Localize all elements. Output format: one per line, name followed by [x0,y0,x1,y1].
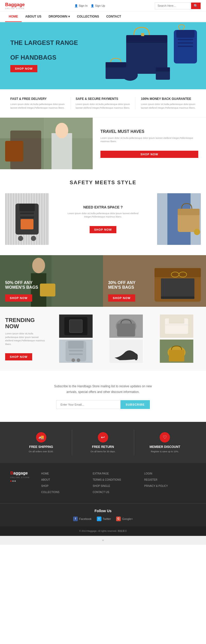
trending-grid: LV [52,315,201,363]
facebook-link[interactable]: f Facebook [73,517,91,521]
nav-item-dropdown[interactable]: DROPDOWN ▾ [45,12,73,22]
footer-logo: Baggage ONLINE STORE [10,471,41,496]
promo-men-shop-button[interactable]: SHOP NOW [108,294,135,302]
svg-rect-28 [21,219,33,229]
logo[interactable]: Baggage ONLINE STORE [5,2,25,9]
footer-discount-title: MEMBER DISCOUNT [137,445,193,449]
subscribe-button[interactable]: SUBSCRIBE [121,400,150,409]
svg-point-19 [55,123,68,138]
footer-link-login[interactable]: LOGIN [144,471,196,476]
subscribe-text: Subscribe to the Handbags Store mailing … [52,384,154,395]
trending-shop-button[interactable]: SHOP NOW [5,353,32,360]
footer-link-collections[interactable]: COLLECTIONS [41,489,93,494]
logo-sub: ONLINE STORE [5,7,25,9]
travel-section: TRAVEL MUST HAVES Lorem ipsum dolor sit,… [0,118,206,169]
feature-guarantee-text: Lorem ipsum dolor sit,Nulla pellentesque… [141,103,196,110]
svg-rect-1 [126,35,167,43]
footer-feature-shipping: 🚚 FREE SHIPPING On all orders over $100. [10,430,72,455]
travel-image [0,118,93,169]
follow-section: Follow Us f Facebook t Twitter G Google+ [0,503,206,526]
trending-item-4 [52,340,100,363]
footer-feature-return: ↩ FREE RETURN On all items for 30 days. [72,430,134,455]
search-box: 🔍 [155,2,201,9]
site-header: Baggage ONLINE STORE 👤 Sign In 👤 Sign Up… [0,0,206,12]
svg-point-35 [194,229,200,235]
svg-rect-7 [156,67,170,71]
svg-rect-2 [141,33,144,36]
feature-payments-title: SAFE & SECURE PAYMENTS [76,97,131,101]
safety-shop-now-button[interactable]: SHOP NOW [90,226,117,233]
hero-text: THE LARGEST RANGE OF HANDBAGS SHOP NOW [10,39,78,72]
svg-rect-10 [178,39,193,40]
svg-rect-58 [169,318,184,324]
return-icon: ↩ [98,432,108,442]
feature-guarantee: 100% MONEY BACK GUARANTEE Lorem ipsum do… [136,97,201,110]
social-links: f Facebook t Twitter G Google+ [5,517,201,521]
footer-return-text: On all items for 30 days. [75,450,131,453]
user-icon: 👤 [74,4,78,7]
trending-item-3 [152,315,201,338]
subscribe-form: SUBSCRIBE [5,400,201,409]
promo-banner-women: 50% Off Any Women's Bags SHOP NOW [0,255,103,307]
sign-up-link[interactable]: 👤 Sign Up [91,4,105,7]
svg-point-66 [77,358,80,362]
search-input[interactable] [155,3,191,9]
svg-rect-9 [176,30,194,38]
svg-rect-12 [178,46,193,47]
google-link[interactable]: G Google+ [116,517,133,521]
nav-item-contact[interactable]: CONTACT [103,12,125,22]
safety-section: SAFETY MEETS STYLE [0,169,206,255]
email-input[interactable] [56,400,121,409]
feature-delivery-title: FAST & FREE DELIVERY [10,97,65,101]
footer-link-about[interactable]: ABOUT [41,477,93,482]
nav-item-about[interactable]: ABOUT US [22,12,45,22]
footer-link-shop[interactable]: SHOP [41,483,93,488]
hero-shop-now-button[interactable]: SHOP NOW [10,65,37,72]
svg-point-65 [72,358,75,362]
footer-discount-text: Register & save up to 10%. [137,450,193,453]
svg-point-29 [18,236,23,241]
sign-in-link[interactable]: 👤 Sign In [74,4,88,7]
twitter-label: Twitter [103,517,111,520]
facebook-label: Facebook [79,517,91,520]
footer-link-home[interactable]: HOME [41,471,93,476]
footer-link-shop-single[interactable]: SHOP SINGLE [93,483,144,488]
search-button[interactable]: 🔍 [191,3,201,9]
svg-point-38 [32,258,45,273]
travel-shop-now-button[interactable]: SHOP NOW [100,151,198,158]
twitter-link[interactable]: t Twitter [97,517,111,521]
facebook-icon: f [73,517,78,521]
travel-title: TRAVEL MUST HAVES [100,129,198,134]
hero-title: THE LARGEST RANGE OF HANDBAGS [10,39,78,61]
svg-rect-34 [178,209,200,215]
footer-link-privacy[interactable]: PRIVACY & POLICY [144,483,196,488]
user-plus-icon: 👤 [91,4,94,7]
scroll-indicator [0,536,206,545]
footer-link-terms[interactable]: TERMS & CONDITIONS [93,477,144,482]
promo-women-shop-button[interactable]: SHOP NOW [5,294,32,302]
footer-logo-sub: ONLINE STORE [10,477,36,478]
search-icon: 🔍 [194,4,198,8]
google-icon: G [116,517,121,521]
discount-icon: ♡ [160,432,170,442]
svg-rect-16 [5,141,23,162]
svg-rect-63 [69,350,83,351]
safety-center-title: NEED EXTRA SPACE ? [59,205,147,209]
twitter-icon: t [97,517,101,521]
nav-item-collections[interactable]: COLLECTIONS [73,12,103,22]
promo-women-title: 50% Off Any Women's Bags [5,280,98,290]
footer-dots [10,480,36,482]
footer-link-extra[interactable]: EXTRA PAGE [93,471,144,476]
nav-item-home[interactable]: HOME [5,12,22,22]
footer-link-register[interactable]: REGISTER [144,477,196,482]
svg-rect-71 [169,350,184,361]
footer-return-title: FREE RETURN [75,445,131,449]
handbag-svg [100,22,198,89]
svg-rect-62 [68,341,84,349]
copyright: © 2013 Baggage. All rights reserved. 模板展… [0,526,206,536]
footer-link-contact[interactable]: CONTACT US [93,489,144,494]
svg-rect-26 [20,213,34,214]
svg-rect-64 [69,353,83,355]
feature-payments-text: Lorem ipsum dolor sit,Nulla pellentesque… [76,103,131,110]
hero-section: THE LARGEST RANGE OF HANDBAGS SHOP NOW [0,22,206,89]
